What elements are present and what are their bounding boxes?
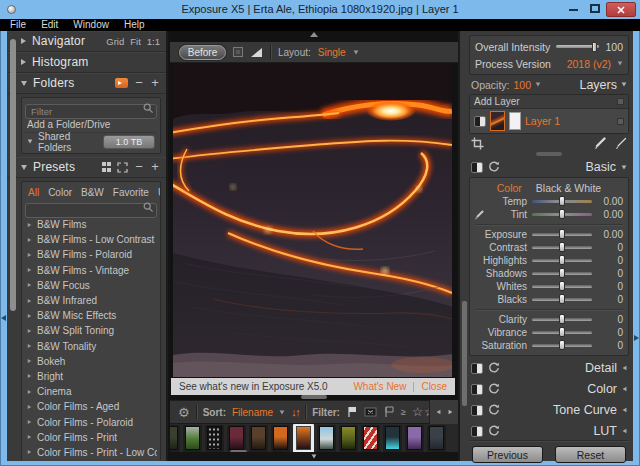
filmstrip-thumbnail[interactable] <box>227 425 246 452</box>
collapse-bottom-arrow-icon[interactable] <box>312 455 317 459</box>
slider-thumb[interactable] <box>559 196 565 206</box>
filmstrip-thumbnail[interactable] <box>361 425 380 452</box>
pen-icon[interactable] <box>614 137 627 150</box>
banner-close-link[interactable]: Close <box>421 381 447 392</box>
brush-icon[interactable] <box>593 137 606 150</box>
slider-track[interactable] <box>532 213 592 217</box>
slider-track[interactable] <box>532 259 592 263</box>
expand-arrow-icon[interactable] <box>28 253 32 257</box>
flag-unflagged-icon[interactable] <box>383 406 395 418</box>
crop-icon[interactable] <box>471 137 484 150</box>
slider-thumb[interactable] <box>559 229 565 239</box>
expand-view-icon[interactable] <box>117 162 128 173</box>
section-header-lut[interactable]: LUT <box>469 422 629 440</box>
reset-icon[interactable] <box>488 362 500 374</box>
thumbnail-image[interactable] <box>251 426 266 450</box>
reset-icon[interactable] <box>488 383 500 395</box>
chevron-down-icon[interactable] <box>21 81 27 86</box>
thumbnail-image[interactable] <box>319 426 334 450</box>
gear-icon[interactable]: ⚙ <box>178 406 190 419</box>
eyedropper-icon[interactable] <box>473 210 484 221</box>
filmstrip-thumbnail[interactable] <box>405 425 424 452</box>
next-photo-icon[interactable] <box>448 410 452 415</box>
collapse-right-panel-arrow-icon[interactable] <box>634 327 639 345</box>
slider-track[interactable] <box>532 285 592 289</box>
left-scrollbar[interactable] <box>10 39 16 311</box>
view-grid-option[interactable]: Grid <box>106 36 124 47</box>
before-button[interactable]: Before <box>179 45 226 60</box>
section-header-detail[interactable]: Detail <box>469 359 629 377</box>
section-header-tone-curve[interactable]: Tone Curve <box>469 401 629 419</box>
thumbnail-image[interactable] <box>341 426 356 450</box>
tab-all[interactable]: All <box>28 187 39 198</box>
menu-help[interactable]: Help <box>124 19 145 31</box>
slider-thumb[interactable] <box>592 42 597 52</box>
histogram-header[interactable]: Histogram <box>7 52 166 73</box>
split-preview-toggle-icon[interactable] <box>471 363 483 374</box>
flag-pick-icon[interactable] <box>346 406 358 418</box>
split-preview-toggle-icon[interactable] <box>471 162 483 173</box>
slider-track[interactable] <box>532 272 592 276</box>
expand-arrow-icon[interactable] <box>28 298 32 302</box>
thumbnail-image[interactable] <box>363 426 378 450</box>
thumbnail-image[interactable] <box>296 426 311 450</box>
thumbnail-image[interactable] <box>170 426 178 450</box>
preset-item[interactable]: Color Films - Print <box>25 430 157 445</box>
filmstrip-thumbnail[interactable] <box>317 425 336 452</box>
thumbnail-image[interactable] <box>429 426 444 450</box>
expand-arrow-icon[interactable] <box>28 329 32 333</box>
slider-thumb[interactable] <box>559 209 565 219</box>
tab-user[interactable]: User <box>158 187 161 198</box>
preset-item[interactable]: B&W Tonality <box>25 339 157 354</box>
preset-item[interactable]: B&W Misc Effects <box>25 308 157 323</box>
layer-options-icon[interactable] <box>617 118 624 125</box>
layer-mask[interactable] <box>509 112 521 130</box>
slider-thumb[interactable] <box>559 255 565 265</box>
view-1to1-option[interactable]: 1:1 <box>147 36 160 47</box>
filmstrip-thumbnail[interactable] <box>249 425 268 452</box>
chevron-down-icon[interactable] <box>622 83 627 87</box>
chevron-left-icon[interactable] <box>623 387 627 392</box>
preset-item[interactable]: Bokeh <box>25 354 157 369</box>
chevron-down-icon[interactable] <box>353 50 358 54</box>
thumbnail-image[interactable] <box>407 426 422 450</box>
preset-item[interactable]: B&W Infrared <box>25 293 157 308</box>
slider-track[interactable] <box>532 233 592 237</box>
layer-row[interactable]: Layer 1 <box>470 109 628 133</box>
preset-item[interactable]: B&W Films - Vintage <box>25 263 157 278</box>
filmstrip-thumbnail[interactable] <box>383 425 402 452</box>
chevron-down-icon[interactable] <box>21 165 27 170</box>
filmstrip-thumbnail[interactable] <box>293 424 314 452</box>
remove-folder-button[interactable]: − <box>134 78 144 88</box>
folder-icon[interactable] <box>115 78 128 88</box>
preset-item[interactable]: B&W Films <box>25 217 157 232</box>
right-scrollbar[interactable] <box>462 301 467 406</box>
preset-item[interactable]: Color Films - Aged <box>25 399 157 414</box>
navigator-header[interactable]: Navigator Grid Fit 1:1 <box>7 31 166 52</box>
preset-item[interactable]: Bright <box>25 369 157 384</box>
minimize-button[interactable] <box>569 9 578 11</box>
folder-filter-input[interactable] <box>25 104 157 119</box>
layout-value[interactable]: Single <box>318 47 346 58</box>
reset-icon[interactable] <box>488 161 500 173</box>
reset-icon[interactable] <box>488 425 500 437</box>
split-preview-toggle-icon[interactable] <box>471 426 483 437</box>
filmstrip-thumbnail[interactable] <box>205 425 224 452</box>
section-header-color[interactable]: Color <box>469 380 629 398</box>
sort-value[interactable]: Filename <box>232 407 273 418</box>
chevron-down-icon[interactable] <box>28 140 33 144</box>
shared-folders-row[interactable]: Shared Folders 1.0 TB <box>25 132 157 150</box>
tab-color[interactable]: Color <box>48 187 72 198</box>
expand-arrow-icon[interactable] <box>28 314 32 318</box>
preset-item[interactable]: Color Films - Print - Low Contrast <box>25 445 157 458</box>
preset-item[interactable]: Cinema <box>25 384 157 399</box>
expand-arrow-icon[interactable] <box>28 238 32 242</box>
menu-file[interactable]: File <box>10 19 26 31</box>
layer-name[interactable]: Layer 1 <box>525 115 560 127</box>
collapse-top-arrow-icon[interactable] <box>310 32 318 37</box>
tab-favorite[interactable]: Favorite <box>113 187 149 198</box>
thumbnail-image[interactable] <box>207 426 222 450</box>
rating-operator[interactable]: ≥ <box>401 407 406 417</box>
expand-arrow-icon[interactable] <box>28 420 32 424</box>
add-folder-button[interactable]: + <box>150 78 160 88</box>
